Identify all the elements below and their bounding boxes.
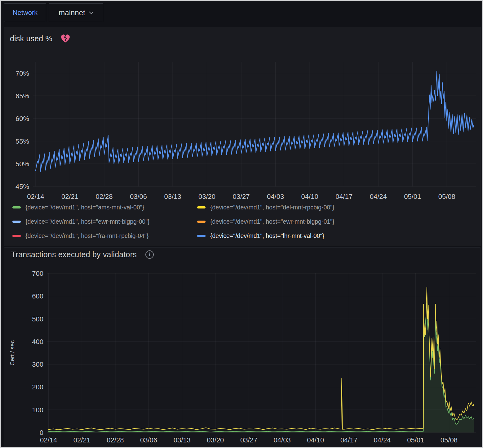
panel-title-disk-used[interactable]: disk used % [10,34,52,43]
x-tick-label: 04/03 [267,193,284,200]
x-tick-label: 02/28 [95,193,113,200]
x-tick-label: 03/13 [164,193,181,200]
x-tick-label: 03/27 [240,436,257,444]
x-tick-label: 04/24 [370,193,387,200]
x-tick-label: 04/10 [301,193,318,200]
y-tick-label: 65% [16,92,29,100]
panel-title-transactions[interactable]: Transactions executed by validators [11,250,137,259]
legend-swatch [197,235,206,237]
x-tick-label: 02/14 [40,436,57,444]
legend-label: {device="/dev/md1", host="lhr-mnt-val-00… [210,232,324,240]
legend-swatch [197,206,206,208]
y-tick-label: 45% [16,183,29,190]
legend-label: {device="/dev/md1", host="ewr-mnt-bigpg-… [210,218,335,225]
legend-swatch [197,221,206,223]
legend-label: {device="/dev/md1", host="fra-mnt-rpcbig… [25,232,148,240]
legend-label: {device="/dev/md1", host="ams-mnt-val-00… [25,204,144,211]
legend-swatch [12,221,21,223]
chevron-down-icon [89,11,93,14]
x-tick-label: 02/21 [73,436,91,444]
network-variable-dropdown[interactable]: mainnet [49,3,103,22]
y-tick-label: 600 [32,292,43,300]
x-tick-label: 04/17 [340,436,357,444]
x-tick-label: 02/28 [107,436,124,444]
x-tick-label: 04/24 [374,436,391,444]
transactions-chart[interactable]: 010020030040050060070002/1402/2102/2803/… [4,248,481,447]
x-tick-label: 03/06 [130,193,147,200]
y-tick-label: 55% [16,137,29,145]
legend-label: {device="/dev/md1", host="del-mnt-rpcbig… [210,204,335,211]
series-line-certs-green [49,303,474,432]
x-tick-label: 04/17 [335,193,352,200]
network-variable-label: Network [4,3,46,22]
broken-heart-icon [60,34,71,43]
y-tick-label: 100 [32,406,43,414]
network-value: mainnet [59,8,85,17]
y-tick-label: 500 [32,315,43,323]
panel-transactions: 010020030040050060070002/1402/2102/2803/… [4,247,481,447]
dashboard: Network mainnet 45%50%55%60%65%70%02/140… [0,0,483,448]
y-tick-label: 70% [16,69,29,77]
y-axis-title: Cert / sec [9,340,16,365]
series-area-certs-green [49,303,474,432]
legend-item[interactable]: {device="/dev/md1", host="lhr-mnt-val-00… [197,231,471,240]
info-circle-icon[interactable]: i [145,250,154,259]
y-tick-label: 60% [16,115,29,123]
y-tick-label: 200 [32,383,43,391]
panel-disk-used: 45%50%55%60%65%70%02/1402/2102/2803/0603… [4,27,481,246]
y-tick-label: 700 [32,270,43,277]
y-tick-label: 50% [16,160,29,168]
legend-item[interactable]: {device="/dev/md1", host="ams-mnt-val-00… [12,203,197,212]
variables-toolbar: Network mainnet [1,1,482,26]
x-tick-label: 04/03 [274,436,291,444]
x-tick-label: 03/20 [198,193,215,200]
x-tick-label: 05/08 [438,193,455,200]
x-tick-label: 03/27 [233,193,250,200]
x-tick-label: 03/20 [207,436,224,444]
x-tick-label: 04/10 [307,436,324,444]
y-tick-label: 400 [32,338,43,346]
x-tick-label: 05/01 [404,193,421,200]
series-line-lhr-mnt-val-00 [36,71,474,172]
legend-item[interactable]: {device="/dev/md1", host="ewr-mnt-bigpg-… [197,217,471,226]
legend-swatch [12,206,21,208]
x-tick-label: 05/01 [407,436,424,444]
series-line-certs-yellow [49,287,474,430]
y-tick-label: 300 [32,361,43,368]
y-tick-label: 0 [40,429,43,437]
x-tick-label: 05/08 [441,436,458,444]
x-tick-label: 03/13 [174,436,191,444]
x-tick-label: 02/21 [61,193,78,200]
legend-item[interactable]: {device="/dev/md1", host="ewr-mnt-bigpg-… [12,217,197,226]
legend-swatch [12,235,21,237]
network-label: Network [13,9,38,17]
legend: {device="/dev/md1", host="ams-mnt-val-00… [12,203,471,240]
legend-item[interactable]: {device="/dev/md1", host="del-mnt-rpcbig… [197,203,471,212]
x-tick-label: 03/06 [140,436,157,444]
x-tick-label: 02/14 [27,193,44,200]
legend-item[interactable]: {device="/dev/md1", host="fra-mnt-rpcbig… [12,231,197,240]
legend-label: {device="/dev/md1", host="ewr-mnt-bigpg-… [25,218,150,225]
